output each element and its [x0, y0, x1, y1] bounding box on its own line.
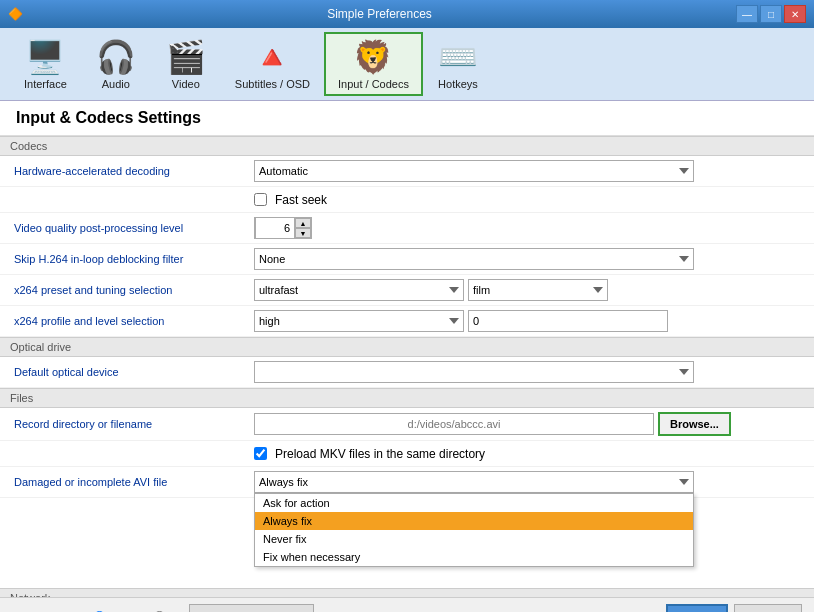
nav-item-input[interactable]: 🦁 Input / Codecs — [324, 32, 423, 96]
damaged-avi-options: Ask for action Always fix Never fix Fix … — [254, 493, 694, 567]
x264-profile-control: high baseline main high10 high422 high44… — [254, 310, 800, 332]
nav-label-hotkeys: Hotkeys — [438, 78, 478, 90]
nav-label-audio: Audio — [102, 78, 130, 90]
nav-label-subtitles: Subtitles / OSD — [235, 78, 310, 90]
nav-item-interface[interactable]: 🖥️ Interface — [10, 32, 81, 96]
vq-level-spinner[interactable]: ▲ ▼ — [254, 217, 312, 239]
option-ask[interactable]: Ask for action — [255, 494, 693, 512]
nav-bar: 🖥️ Interface 🎧 Audio 🎬 Video 🔺 Subtitles… — [0, 28, 814, 101]
subtitles-icon: 🔺 — [252, 38, 292, 76]
content-area: Input & Codecs Settings Codecs Hardware-… — [0, 101, 814, 597]
row-skip-h264: Skip H.264 in-loop deblocking filter Non… — [0, 244, 814, 275]
nav-item-hotkeys[interactable]: ⌨️ Hotkeys — [423, 32, 493, 96]
reset-preferences-button[interactable]: Reset Preferences — [189, 604, 314, 612]
damaged-avi-control: Always fix Ask for action Always fix Nev… — [254, 471, 800, 493]
record-dir-control: Browse... — [254, 412, 800, 436]
optical-device-control — [254, 361, 800, 383]
window-controls: — □ ✕ — [736, 5, 806, 23]
save-button[interactable]: Save — [666, 604, 728, 612]
vlc-logo-icon: 🔶 — [8, 7, 23, 21]
hotkeys-icon: ⌨️ — [438, 38, 478, 76]
vq-level-spinner-btns: ▲ ▼ — [295, 218, 311, 238]
close-button[interactable]: ✕ — [784, 5, 806, 23]
optical-device-label: Default optical device — [14, 366, 254, 378]
cancel-button[interactable]: Cancel — [734, 604, 802, 612]
skip-h264-select[interactable]: None Non-ref Bidir Non-key All — [254, 248, 694, 270]
fast-seek-label: Fast seek — [275, 193, 327, 207]
damaged-avi-select[interactable]: Always fix — [254, 471, 694, 493]
bottom-right: Save Cancel — [666, 604, 802, 612]
row-vq-level: Video quality post-processing level ▲ ▼ — [0, 213, 814, 244]
row-x264-preset: x264 preset and tuning selection ultrafa… — [0, 275, 814, 306]
audio-icon: 🎧 — [96, 38, 136, 76]
input-icon: 🦁 — [353, 38, 393, 76]
maximize-button[interactable]: □ — [760, 5, 782, 23]
hw-decode-control: Automatic Disable Direct3D11 OpenGL — [254, 160, 800, 182]
record-dir-label: Record directory or filename — [14, 418, 254, 430]
optical-device-select[interactable] — [254, 361, 694, 383]
row-preload-mkv: Preload MKV files in the same directory — [0, 441, 814, 467]
x264-preset-control: ultrafast superfast veryfast faster fast… — [254, 279, 800, 301]
section-codecs: Codecs — [0, 136, 814, 156]
x264-level-input[interactable] — [468, 310, 668, 332]
row-hw-decode: Hardware-accelerated decoding Automatic … — [0, 156, 814, 187]
row-record-dir: Record directory or filename Browse... — [0, 408, 814, 441]
option-always-fix[interactable]: Always fix — [255, 512, 693, 530]
damaged-avi-dropdown[interactable]: Always fix Ask for action Always fix Nev… — [254, 471, 694, 493]
vq-level-label: Video quality post-processing level — [14, 222, 254, 234]
nav-label-video: Video — [172, 78, 200, 90]
minimize-button[interactable]: — — [736, 5, 758, 23]
x264-profile-label: x264 profile and level selection — [14, 315, 254, 327]
row-x264-profile: x264 profile and level selection high ba… — [0, 306, 814, 337]
option-never-fix[interactable]: Never fix — [255, 530, 693, 548]
section-optical: Optical drive — [0, 337, 814, 357]
preload-mkv-label: Preload MKV files in the same directory — [275, 447, 485, 461]
nav-item-subtitles[interactable]: 🔺 Subtitles / OSD — [221, 32, 324, 96]
title-bar: 🔶 Simple Preferences — □ ✕ — [0, 0, 814, 28]
bottom-bar: Show settings Simple All Reset Preferenc… — [0, 597, 814, 612]
vq-level-up[interactable]: ▲ — [295, 218, 311, 228]
nav-label-interface: Interface — [24, 78, 67, 90]
x264-preset-select1[interactable]: ultrafast superfast veryfast faster fast… — [254, 279, 464, 301]
preload-mkv-control: Preload MKV files in the same directory — [254, 447, 800, 461]
vq-level-down[interactable]: ▼ — [295, 228, 311, 238]
section-files: Files — [0, 388, 814, 408]
hw-decode-label: Hardware-accelerated decoding — [14, 165, 254, 177]
hw-decode-select[interactable]: Automatic Disable Direct3D11 OpenGL — [254, 160, 694, 182]
preload-mkv-checkbox[interactable] — [254, 447, 267, 460]
x264-profile-select[interactable]: high baseline main high10 high422 high44… — [254, 310, 464, 332]
fast-seek-control: Fast seek — [254, 193, 800, 207]
nav-label-input: Input / Codecs — [338, 78, 409, 90]
vq-level-input[interactable] — [255, 217, 295, 239]
section-network: Network — [0, 588, 814, 597]
nav-item-video[interactable]: 🎬 Video — [151, 32, 221, 96]
browse-button[interactable]: Browse... — [658, 412, 731, 436]
vq-level-control: ▲ ▼ — [254, 217, 800, 239]
damaged-avi-label: Damaged or incomplete AVI file — [14, 476, 254, 488]
record-dir-input[interactable] — [254, 413, 654, 435]
bottom-left: Show settings Simple All Reset Preferenc… — [12, 604, 314, 612]
scroll-container[interactable]: Codecs Hardware-accelerated decoding Aut… — [0, 136, 814, 597]
video-icon: 🎬 — [166, 38, 206, 76]
row-fast-seek: Fast seek — [0, 187, 814, 213]
x264-preset-label: x264 preset and tuning selection — [14, 284, 254, 296]
window-title: Simple Preferences — [23, 7, 736, 21]
page-title: Input & Codecs Settings — [0, 101, 814, 136]
row-optical-device: Default optical device — [0, 357, 814, 388]
nav-item-audio[interactable]: 🎧 Audio — [81, 32, 151, 96]
interface-icon: 🖥️ — [25, 38, 65, 76]
fast-seek-checkbox[interactable] — [254, 193, 267, 206]
option-fix-when[interactable]: Fix when necessary — [255, 548, 693, 566]
row-damaged-avi: Damaged or incomplete AVI file Always fi… — [0, 467, 814, 498]
skip-h264-label: Skip H.264 in-loop deblocking filter — [14, 253, 254, 265]
skip-h264-control: None Non-ref Bidir Non-key All — [254, 248, 800, 270]
x264-preset-select2[interactable]: film animation grain stillimage psnr ssi… — [468, 279, 608, 301]
